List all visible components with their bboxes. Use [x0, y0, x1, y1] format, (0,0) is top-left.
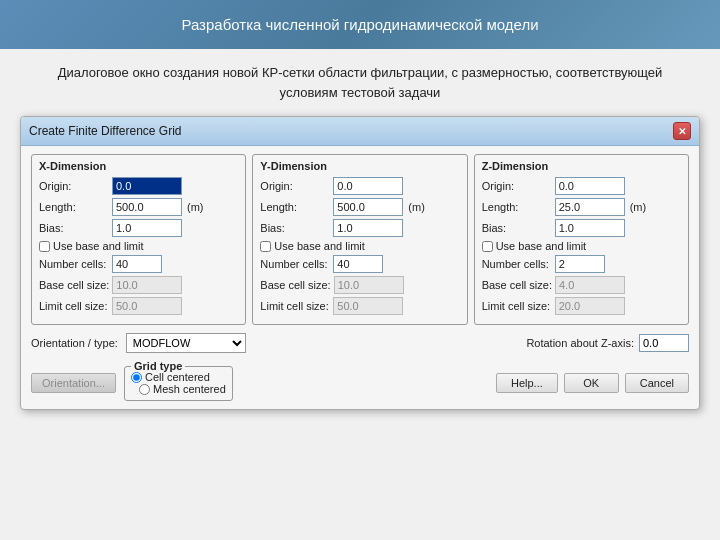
dialog: Create Finite Difference Grid ✕ X-Dimens… — [20, 116, 700, 410]
z-use-base-row: Use base and limit — [482, 240, 681, 252]
z-limitcell-input[interactable] — [555, 297, 625, 315]
y-numcells-row: Number cells: — [260, 255, 459, 273]
x-bias-label: Bias: — [39, 222, 109, 234]
z-origin-input[interactable] — [555, 177, 625, 195]
x-limitcell-input[interactable] — [112, 297, 182, 315]
y-use-base-row: Use base and limit — [260, 240, 459, 252]
x-length-input[interactable] — [112, 198, 182, 216]
ok-button[interactable]: OK — [564, 373, 619, 393]
z-bias-input[interactable] — [555, 219, 625, 237]
x-numcells-label: Number cells: — [39, 258, 109, 270]
z-use-base-checkbox[interactable] — [482, 241, 493, 252]
y-limitcell-row: Limit cell size: — [260, 297, 459, 315]
y-basecell-input[interactable] — [334, 276, 404, 294]
dialog-wrapper: Create Finite Difference Grid ✕ X-Dimens… — [0, 112, 720, 420]
x-numcells-input[interactable] — [112, 255, 162, 273]
z-basecell-row: Base cell size: — [482, 276, 681, 294]
z-length-label: Length: — [482, 201, 552, 213]
x-basecell-row: Base cell size: — [39, 276, 238, 294]
z-numcells-row: Number cells: — [482, 255, 681, 273]
y-bias-label: Bias: — [260, 222, 330, 234]
x-numcells-row: Number cells: — [39, 255, 238, 273]
y-basecell-label: Base cell size: — [260, 279, 330, 291]
y-origin-row: Origin: — [260, 177, 459, 195]
y-use-base-checkbox[interactable] — [260, 241, 271, 252]
z-dimension-group: Z-Dimension Origin: Length: (m) Bias: — [474, 154, 689, 325]
z-length-row: Length: (m) — [482, 198, 681, 216]
header-bar: Разработка численной гидродинамической м… — [0, 0, 720, 49]
x-bias-row: Bias: — [39, 219, 238, 237]
orientation-select-wrapper: MODFLOW — [126, 333, 246, 353]
subtitle: Диалоговое окно создания новой КР-сетки … — [0, 49, 720, 112]
y-length-row: Length: (m) — [260, 198, 459, 216]
rotation-row: Rotation about Z-axis: — [526, 334, 689, 352]
z-limitcell-label: Limit cell size: — [482, 300, 552, 312]
y-basecell-row: Base cell size: — [260, 276, 459, 294]
cell-centered-label[interactable]: Cell centered — [131, 371, 226, 383]
z-limitcell-row: Limit cell size: — [482, 297, 681, 315]
z-numcells-label: Number cells: — [482, 258, 552, 270]
cancel-button[interactable]: Cancel — [625, 373, 689, 393]
x-basecell-label: Base cell size: — [39, 279, 109, 291]
x-limitcell-label: Limit cell size: — [39, 300, 109, 312]
cell-centered-radio[interactable] — [131, 372, 142, 383]
y-use-base-label: Use base and limit — [274, 240, 365, 252]
z-basecell-input[interactable] — [555, 276, 625, 294]
x-use-base-label: Use base and limit — [53, 240, 144, 252]
mesh-centered-radio[interactable] — [139, 384, 150, 395]
y-dimension-group: Y-Dimension Origin: Length: (m) Bias: — [252, 154, 467, 325]
orientation-select[interactable]: MODFLOW — [126, 333, 246, 353]
y-bias-row: Bias: — [260, 219, 459, 237]
y-limitcell-input[interactable] — [333, 297, 403, 315]
z-bias-label: Bias: — [482, 222, 552, 234]
grid-type-legend: Grid type — [131, 360, 185, 372]
left-buttons: Orientation... Grid type Cell centered M… — [31, 364, 233, 401]
bottom-section: Orientation / type: MODFLOW Rotation abo… — [31, 333, 689, 401]
y-origin-label: Origin: — [260, 180, 330, 192]
x-use-base-checkbox[interactable] — [39, 241, 50, 252]
rotation-input[interactable] — [639, 334, 689, 352]
close-button[interactable]: ✕ — [673, 122, 691, 140]
z-numcells-input[interactable] — [555, 255, 605, 273]
x-origin-row: Origin: — [39, 177, 238, 195]
help-button[interactable]: Help... — [496, 373, 558, 393]
x-origin-label: Origin: — [39, 180, 109, 192]
dimensions-row: X-Dimension Origin: Length: (m) Bias: — [31, 154, 689, 325]
x-limitcell-row: Limit cell size: — [39, 297, 238, 315]
x-use-base-row: Use base and limit — [39, 240, 238, 252]
z-bias-row: Bias: — [482, 219, 681, 237]
orientation-row: Orientation / type: MODFLOW — [31, 333, 246, 353]
x-origin-input[interactable] — [112, 177, 182, 195]
dialog-title-bar: Create Finite Difference Grid ✕ — [21, 117, 699, 146]
dialog-body: X-Dimension Origin: Length: (m) Bias: — [21, 146, 699, 409]
y-origin-input[interactable] — [333, 177, 403, 195]
y-bias-input[interactable] — [333, 219, 403, 237]
z-use-base-label: Use base and limit — [496, 240, 587, 252]
z-basecell-label: Base cell size: — [482, 279, 552, 291]
x-bias-input[interactable] — [112, 219, 182, 237]
z-length-input[interactable] — [555, 198, 625, 216]
z-origin-label: Origin: — [482, 180, 552, 192]
x-length-unit: (m) — [187, 201, 204, 213]
orientation-button[interactable]: Orientation... — [31, 373, 116, 393]
orientation-rotation-row: Orientation / type: MODFLOW Rotation abo… — [31, 333, 689, 353]
z-length-unit: (m) — [630, 201, 647, 213]
y-length-input[interactable] — [333, 198, 403, 216]
y-numcells-input[interactable] — [333, 255, 383, 273]
rotation-label: Rotation about Z-axis: — [526, 337, 634, 349]
right-buttons: Help... OK Cancel — [496, 373, 689, 393]
x-basecell-input[interactable] — [112, 276, 182, 294]
x-dimension-legend: X-Dimension — [39, 160, 238, 172]
y-dimension-legend: Y-Dimension — [260, 160, 459, 172]
y-numcells-label: Number cells: — [260, 258, 330, 270]
orientation-label: Orientation / type: — [31, 337, 118, 349]
mesh-centered-label[interactable]: Mesh centered — [139, 383, 226, 395]
buttons-row: Orientation... Grid type Cell centered M… — [31, 364, 689, 401]
grid-type-group: Grid type Cell centered Mesh centered — [124, 366, 233, 401]
x-length-label: Length: — [39, 201, 109, 213]
y-limitcell-label: Limit cell size: — [260, 300, 330, 312]
x-dimension-group: X-Dimension Origin: Length: (m) Bias: — [31, 154, 246, 325]
y-length-unit: (m) — [408, 201, 425, 213]
header-title: Разработка численной гидродинамической м… — [181, 16, 538, 33]
z-dimension-legend: Z-Dimension — [482, 160, 681, 172]
